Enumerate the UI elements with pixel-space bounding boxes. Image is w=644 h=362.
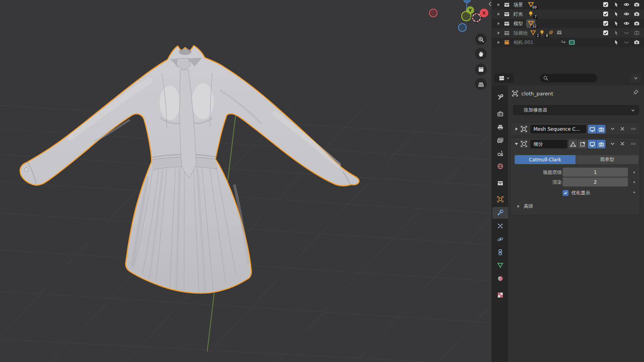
tab-constraints[interactable]	[492, 246, 508, 258]
delete-modifier-icon[interactable]	[620, 126, 625, 132]
header-options-button[interactable]	[630, 74, 641, 82]
tab-modifiers[interactable]	[492, 207, 508, 219]
gizmo-z-axis	[464, 0, 471, 3]
outliner-row-lights-collection[interactable]: 灯光 7	[491, 9, 644, 19]
render-levels-field[interactable]: 2	[563, 177, 628, 186]
show-render-toggle[interactable]	[597, 140, 605, 148]
disable-render-camera-icon[interactable]	[634, 11, 640, 17]
tab-particles[interactable]	[492, 220, 508, 232]
breadcrumb: cloth_parent	[512, 89, 553, 98]
outliner-row-hidden-collection[interactable]: 隐藏物 2 8	[491, 28, 644, 38]
show-render-toggle[interactable]	[597, 125, 605, 133]
collapse-arrow-icon[interactable]	[514, 141, 519, 146]
tab-world[interactable]	[492, 160, 508, 172]
navigation-gizmo[interactable]: Y X	[429, 0, 488, 31]
optimal-display-checkbox[interactable]	[563, 190, 569, 196]
selectable-cursor-icon[interactable]	[613, 30, 620, 36]
tab-render[interactable]	[492, 108, 508, 120]
render-icon	[497, 111, 504, 117]
expand-arrow-icon[interactable]	[496, 21, 501, 26]
modifier-name-field[interactable]: 细分	[530, 140, 567, 148]
disable-render-camera-icon[interactable]	[634, 2, 640, 8]
extras-chevron-icon[interactable]	[610, 141, 615, 146]
hide-viewport-eye-icon[interactable]	[624, 20, 630, 27]
modifier-header[interactable]: 细分	[511, 138, 640, 150]
tab-physics[interactable]	[492, 233, 508, 245]
physics-icon	[497, 236, 504, 243]
mesh-data-icon: 99	[528, 1, 535, 8]
show-on-cage-toggle[interactable]	[578, 140, 587, 148]
disable-render-camera-icon[interactable]	[634, 20, 640, 27]
expand-arrow-icon[interactable]	[496, 2, 501, 7]
show-edit-mode-toggle[interactable]	[569, 140, 577, 148]
disable-render-camera-icon[interactable]	[634, 39, 640, 46]
extras-chevron-icon[interactable]	[610, 126, 615, 132]
pin-icon[interactable]	[632, 89, 639, 96]
animate-dot[interactable]	[633, 181, 635, 183]
animate-dot[interactable]	[633, 172, 635, 173]
eye-closed-icon[interactable]	[624, 39, 630, 46]
hide-viewport-eye-icon[interactable]	[624, 2, 630, 8]
exclude-checkbox[interactable]	[603, 2, 609, 8]
tab-material[interactable]	[492, 272, 508, 284]
selected-cloth-object[interactable]	[20, 46, 359, 293]
catmull-clark-option[interactable]: Catmull-Clark	[515, 155, 576, 164]
on-cage-icon	[580, 141, 585, 147]
modifier-header[interactable]: Mesh Sequence C...	[511, 123, 640, 135]
delete-modifier-icon[interactable]	[620, 141, 625, 146]
exclude-checkbox[interactable]	[603, 11, 609, 17]
tab-tool[interactable]	[492, 91, 508, 103]
add-modifier-button[interactable]: 添加修改器	[513, 105, 639, 115]
tab-view-layer[interactable]	[492, 134, 508, 146]
pan-button[interactable]	[475, 48, 487, 60]
show-viewport-toggle[interactable]	[588, 125, 596, 133]
tab-object[interactable]	[492, 193, 508, 205]
tab-output[interactable]	[492, 121, 508, 133]
scene-icon	[497, 150, 504, 157]
outliner-editor[interactable]: 场景 99 灯光 7 模型 32	[491, 0, 644, 71]
exclude-checkbox[interactable]	[603, 30, 609, 36]
outliner-row-models-collection[interactable]: 模型 32	[491, 19, 644, 28]
properties-icon	[499, 75, 505, 81]
exclude-checkbox[interactable]	[603, 20, 609, 27]
expand-arrow-icon[interactable]	[496, 31, 501, 35]
selectable-cursor-icon[interactable]	[613, 39, 620, 46]
expand-arrow-icon[interactable]	[514, 126, 519, 132]
expand-arrow-icon[interactable]	[496, 12, 501, 16]
advanced-subpanel[interactable]: 高级	[516, 203, 533, 210]
modifier-name-field[interactable]: Mesh Sequence C...	[530, 125, 586, 133]
cuff-button	[24, 168, 28, 172]
outliner-label: 场景	[513, 2, 523, 8]
tab-texture[interactable]	[492, 289, 508, 301]
show-viewport-toggle[interactable]	[588, 140, 596, 148]
selectable-cursor-icon[interactable]	[613, 11, 620, 17]
tab-object-data[interactable]	[492, 259, 508, 271]
zoom-button[interactable]	[475, 33, 487, 45]
camera-excluded-icon[interactable]	[634, 30, 640, 36]
3d-viewport[interactable]: Y X	[0, 0, 492, 362]
properties-search[interactable]	[540, 74, 597, 82]
drag-grip-icon[interactable]	[630, 126, 637, 132]
outliner-row-camera-001[interactable]: 相机.001	[491, 38, 644, 47]
expand-arrow-icon[interactable]	[496, 40, 501, 45]
animate-dot[interactable]	[633, 192, 635, 193]
tab-scene[interactable]	[492, 147, 508, 159]
hide-viewport-eye-icon[interactable]	[624, 11, 630, 17]
outliner-row-scene-collection[interactable]: 场景 99	[491, 0, 644, 9]
levels-viewport-field[interactable]: 1	[563, 168, 628, 177]
levels-viewport-label: 视图层级	[543, 169, 562, 176]
selectable-cursor-icon[interactable]	[613, 2, 620, 8]
collection-icon	[504, 11, 510, 17]
editor-type-button[interactable]	[495, 73, 513, 83]
tab-collection[interactable]	[492, 177, 508, 189]
camera-view-button[interactable]	[475, 64, 487, 75]
outliner-label: 相机.001	[513, 39, 534, 46]
grid-view-button[interactable]	[475, 78, 487, 90]
camera-object-icon	[504, 39, 510, 46]
eye-closed-icon[interactable]	[624, 30, 630, 36]
search-input[interactable]	[548, 75, 593, 81]
check-icon	[563, 191, 568, 195]
simple-option[interactable]: 简单型	[576, 155, 638, 164]
drag-grip-icon[interactable]	[630, 141, 637, 146]
selectable-cursor-icon[interactable]	[613, 20, 620, 27]
